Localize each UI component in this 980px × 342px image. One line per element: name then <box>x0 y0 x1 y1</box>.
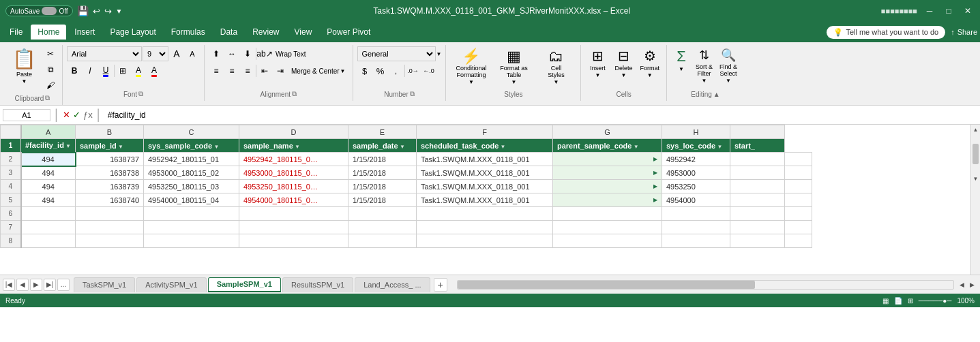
tab-nav-last[interactable]: ▶| <box>44 279 56 291</box>
cell-4-5[interactable]: Task1.SWQM.M.XXX_0118_001 <box>417 180 553 193</box>
cell-extra-0[interactable] <box>785 153 812 166</box>
menu-page-layout[interactable]: Page Layout <box>103 25 162 40</box>
find-select-button[interactable]: 🔍 Find &Select ▼ <box>717 46 740 85</box>
sheet-tab-activityspm-v1[interactable]: ActivitySPM_v1 <box>136 277 206 292</box>
add-sheet-button[interactable]: + <box>434 278 447 292</box>
format-painter-button[interactable]: 🖌 <box>43 78 58 93</box>
cell-3-7[interactable]: 4953000 <box>662 166 730 180</box>
cell-8-1[interactable] <box>76 234 144 248</box>
find-select-dropdown[interactable]: ▼ <box>726 78 731 84</box>
cell-6-2[interactable] <box>144 207 239 221</box>
align-left-button[interactable]: ≡ <box>209 63 224 78</box>
sheet-tab-taskspm-v1[interactable]: TaskSPM_v1 <box>74 277 135 292</box>
cell-extra-4[interactable] <box>785 207 812 221</box>
font-name-select[interactable]: Arial <box>67 46 142 61</box>
cell-7-8[interactable] <box>730 221 785 234</box>
header-cell-2[interactable]: sys_sample_code ▼ <box>144 139 239 153</box>
formula-input[interactable] <box>105 109 977 121</box>
indent-decrease[interactable]: ⇤ <box>257 63 272 78</box>
cell-2-1[interactable]: 1638737 <box>76 153 144 166</box>
horizontal-scroll-area[interactable]: ◀ ▶ <box>454 280 977 290</box>
comma-button[interactable]: , <box>389 63 404 78</box>
cell-2-5[interactable]: Task1.SWQM.M.XXX_0118_001 <box>417 153 553 166</box>
editing-collapse[interactable]: ▲ <box>713 91 720 98</box>
insert-button[interactable]: ⊞ Insert ▼ <box>585 46 610 80</box>
page-layout-icon[interactable]: 📄 <box>894 297 902 305</box>
tab-nav-first[interactable]: |◀ <box>3 279 15 291</box>
menu-review[interactable]: Review <box>246 25 286 40</box>
cancel-icon[interactable]: ✕ <box>63 110 70 120</box>
cell-8-7[interactable] <box>662 234 730 248</box>
cell-extra-1[interactable] <box>785 166 812 180</box>
zoom-slider[interactable]: ─────●─ <box>919 297 952 305</box>
scroll-up-arrow[interactable]: ▲ <box>971 125 980 134</box>
cell-2-2[interactable]: 4952942_180115_01 <box>144 153 239 166</box>
align-center-button[interactable]: ≡ <box>224 63 239 78</box>
tab-nav-next[interactable]: ▶ <box>30 279 42 291</box>
sum-dropdown[interactable]: ▼ <box>679 66 684 72</box>
indent-increase[interactable]: ⇥ <box>273 63 288 78</box>
header-cell-0[interactable]: #facility_id ▼ <box>21 139 76 153</box>
h-scroll-left[interactable]: ◀ <box>957 281 967 288</box>
filter-arrow-4[interactable]: ▼ <box>398 144 405 150</box>
cell-8-0[interactable] <box>21 234 76 248</box>
header-cell-8[interactable]: start_ <box>730 139 785 153</box>
cell-6-1[interactable] <box>76 207 144 221</box>
minimize-button[interactable]: ─ <box>923 4 936 18</box>
cell-2-0[interactable]: 494 <box>21 153 76 166</box>
cell-3-5[interactable]: Task1.SWQM.M.XXX_0118_001 <box>417 166 553 180</box>
font-size-decrease[interactable]: A <box>185 46 200 61</box>
insert-dropdown[interactable]: ▼ <box>595 72 601 78</box>
sum-button[interactable]: Σ ▼ <box>671 46 692 74</box>
cond-format-dropdown[interactable]: ▼ <box>469 79 474 85</box>
menu-power-pivot[interactable]: Power Pivot <box>320 25 377 40</box>
cell-7-1[interactable] <box>76 221 144 234</box>
maximize-button[interactable]: □ <box>942 4 955 18</box>
paste-button[interactable]: 📋 Paste ▼ <box>7 46 42 86</box>
alignment-expand[interactable]: ⧉ <box>292 90 297 98</box>
cut-button[interactable]: ✂ <box>43 46 58 61</box>
cell-4-6[interactable]: ▶ <box>553 180 662 193</box>
scroll-down-arrow[interactable]: ▼ <box>971 174 980 183</box>
filter-arrow-5[interactable]: ▼ <box>499 144 505 150</box>
cell-styles-dropdown[interactable]: ▼ <box>554 79 559 85</box>
percent-button[interactable]: % <box>373 63 388 78</box>
cell-7-2[interactable] <box>144 221 239 234</box>
decimal-increase[interactable]: .0→ <box>406 63 421 78</box>
format-button[interactable]: ⚙ Format ▼ <box>637 46 662 80</box>
col-header-F[interactable]: F <box>417 125 553 139</box>
header-cell-7[interactable]: sys_loc_code ▼ <box>662 139 730 153</box>
cell-5-2[interactable]: 4954000_180115_04 <box>144 193 239 207</box>
border-button[interactable]: ⊞ <box>115 63 130 78</box>
wrap-text-btn[interactable]: Wrap Text <box>273 50 309 59</box>
share-button[interactable]: ↑ Share <box>951 28 977 36</box>
currency-button[interactable]: $ <box>357 63 372 78</box>
cell-3-2[interactable]: 4953000_180115_02 <box>144 166 239 180</box>
cell-5-7[interactable]: 4954000 <box>662 193 730 207</box>
cell-6-5[interactable] <box>417 207 553 221</box>
cell-3-4[interactable]: 1/15/2018 <box>348 166 417 180</box>
cell-3-3[interactable]: 4953000_180115_0… <box>239 166 348 180</box>
cell-extra-6[interactable] <box>785 234 812 248</box>
filter-arrow-7[interactable]: ▼ <box>715 144 722 150</box>
font-expand[interactable]: ⧉ <box>138 90 143 98</box>
merge-dropdown[interactable]: ▼ <box>340 68 346 74</box>
font-color-button[interactable]: A <box>147 63 162 78</box>
cell-7-7[interactable] <box>662 221 730 234</box>
filter-arrow-0[interactable]: ▼ <box>64 143 71 149</box>
cell-3-6[interactable]: ▶ <box>553 166 662 180</box>
vertical-scrollbar[interactable]: ▲ ▼ <box>970 125 980 275</box>
format-dropdown[interactable]: ▼ <box>647 72 653 78</box>
redo-icon[interactable]: ↪ <box>104 6 112 16</box>
col-header-H[interactable]: H <box>662 125 730 139</box>
menu-formulas[interactable]: Formulas <box>164 25 212 40</box>
cell-4-1[interactable]: 1638739 <box>76 180 144 193</box>
col-header-B[interactable]: B <box>76 125 144 139</box>
cell-7-3[interactable] <box>239 221 348 234</box>
cell-4-2[interactable]: 4953250_180115_03 <box>144 180 239 193</box>
tab-nav-prev[interactable]: ◀ <box>16 279 29 291</box>
autosave-badge[interactable]: AutoSave Off <box>5 5 73 16</box>
copy-button[interactable]: ⧉ <box>43 62 58 77</box>
format-table-dropdown[interactable]: ▼ <box>511 79 517 85</box>
font-size-increase[interactable]: A <box>169 46 184 61</box>
